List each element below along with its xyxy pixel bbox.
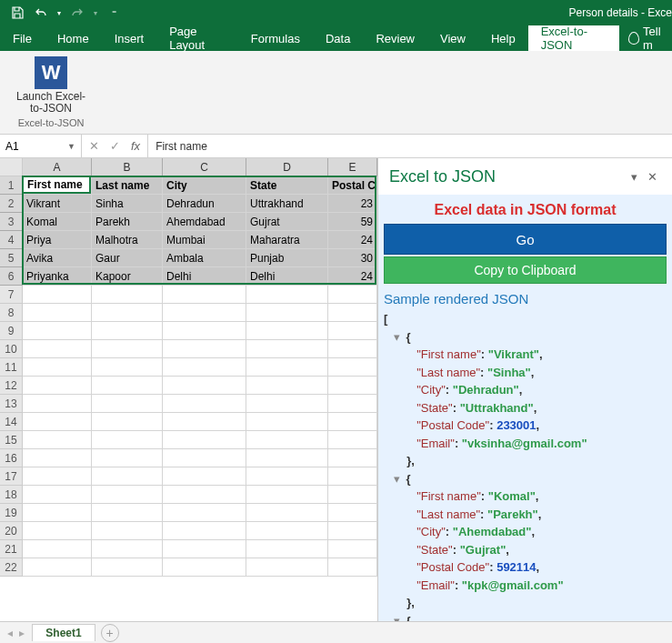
cell[interactable] (328, 286, 377, 304)
cell[interactable] (246, 431, 328, 449)
row-header-6[interactable]: 6 (0, 267, 23, 286)
cell[interactable] (328, 431, 377, 449)
redo-dropdown-icon[interactable]: ▾ (91, 3, 100, 23)
cell[interactable] (23, 340, 92, 358)
row-header-11[interactable]: 11 (0, 358, 23, 377)
cell[interactable]: Priya (23, 231, 92, 249)
fx-icon[interactable]: fx (131, 139, 140, 153)
cell[interactable]: Dehradun (163, 195, 246, 213)
cell[interactable] (163, 504, 246, 522)
cell[interactable] (92, 558, 163, 577)
qat-customize-icon[interactable]: ⁼ (104, 3, 124, 23)
cell[interactable] (163, 558, 246, 577)
save-icon[interactable] (7, 3, 27, 23)
cell[interactable] (92, 322, 163, 340)
cell[interactable] (23, 304, 92, 322)
cell[interactable]: Ambala (163, 249, 246, 267)
cell[interactable] (163, 377, 246, 395)
row-header-20[interactable]: 20 (0, 522, 23, 540)
cell[interactable] (23, 522, 92, 540)
col-header-E[interactable]: E (328, 158, 377, 176)
cell[interactable] (23, 486, 92, 504)
tab-insert[interactable]: Insert (102, 25, 157, 51)
cell[interactable]: 24 (328, 267, 377, 286)
name-box[interactable]: A1 ▼ (0, 135, 82, 157)
cell[interactable] (328, 322, 377, 340)
cell[interactable] (246, 413, 328, 431)
tab-help[interactable]: Help (478, 25, 528, 51)
row-header-18[interactable]: 18 (0, 486, 23, 504)
tab-view[interactable]: View (427, 25, 478, 51)
cell[interactable] (328, 540, 377, 558)
cell[interactable]: 24 (328, 231, 377, 249)
close-icon[interactable]: ✕ (643, 167, 661, 186)
cell[interactable] (92, 431, 163, 449)
cell[interactable]: 59 (328, 213, 377, 231)
cell[interactable] (246, 449, 328, 467)
cell[interactable]: Komal (23, 213, 92, 231)
col-header-D[interactable]: D (246, 158, 328, 176)
cell[interactable] (92, 413, 163, 431)
cell[interactable]: 23 (328, 195, 377, 213)
add-sheet-button[interactable]: + (101, 624, 119, 642)
col-header-A[interactable]: A (23, 158, 92, 176)
cell[interactable] (328, 358, 377, 377)
row-header-22[interactable]: 22 (0, 558, 23, 577)
tab-page-layout[interactable]: Page Layout (156, 25, 238, 51)
cell[interactable]: Parekh (92, 213, 163, 231)
cell[interactable] (246, 467, 328, 486)
row-header-9[interactable]: 9 (0, 322, 23, 340)
launch-excel-to-json-button[interactable]: W Launch Excel-to-JSON (16, 56, 85, 115)
cell[interactable] (246, 395, 328, 413)
cell[interactable] (163, 395, 246, 413)
cell[interactable]: Mumbai (163, 231, 246, 249)
row-header-19[interactable]: 19 (0, 504, 23, 522)
cell[interactable] (92, 340, 163, 358)
cell[interactable] (328, 486, 377, 504)
row-header-12[interactable]: 12 (0, 377, 23, 395)
spreadsheet-grid[interactable]: ABCDE12345678910111213141516171819202122… (0, 158, 377, 621)
tab-formulas[interactable]: Formulas (238, 25, 313, 51)
cell[interactable]: Malhotra (92, 231, 163, 249)
row-header-1[interactable]: 1 (0, 176, 23, 195)
cell[interactable] (246, 486, 328, 504)
cell[interactable] (246, 286, 328, 304)
cell[interactable] (163, 340, 246, 358)
cell[interactable]: Kapoor (92, 267, 163, 286)
cell[interactable]: Gaur (92, 249, 163, 267)
cell[interactable]: Vikrant (23, 195, 92, 213)
formula-input[interactable]: First name (148, 135, 672, 157)
enter-icon[interactable]: ✓ (110, 139, 120, 153)
go-button[interactable]: Go (384, 224, 667, 255)
tab-home[interactable]: Home (45, 25, 102, 51)
cell[interactable] (92, 504, 163, 522)
cell[interactable]: Uttrakhand (246, 195, 328, 213)
cell[interactable] (328, 449, 377, 467)
cell[interactable] (92, 286, 163, 304)
cell[interactable] (246, 558, 328, 577)
cell[interactable] (246, 304, 328, 322)
cell[interactable] (23, 286, 92, 304)
row-header-15[interactable]: 15 (0, 431, 23, 449)
row-header-7[interactable]: 7 (0, 286, 23, 304)
cell[interactable] (92, 486, 163, 504)
col-header-C[interactable]: C (163, 158, 246, 176)
cell[interactable] (163, 286, 246, 304)
cell[interactable] (163, 413, 246, 431)
cell[interactable] (163, 431, 246, 449)
cell[interactable] (163, 304, 246, 322)
sheet-nav-icons[interactable]: ◂ ▸ (7, 627, 26, 639)
tab-file[interactable]: File (0, 25, 45, 51)
cell[interactable] (163, 522, 246, 540)
row-header-14[interactable]: 14 (0, 413, 23, 431)
row-header-13[interactable]: 13 (0, 395, 23, 413)
cell[interactable] (23, 431, 92, 449)
cell[interactable] (92, 540, 163, 558)
row-header-16[interactable]: 16 (0, 449, 23, 467)
cell[interactable] (246, 504, 328, 522)
cell[interactable] (163, 540, 246, 558)
cell[interactable] (23, 413, 92, 431)
cell[interactable] (23, 377, 92, 395)
cell[interactable] (246, 358, 328, 377)
cell[interactable] (328, 304, 377, 322)
